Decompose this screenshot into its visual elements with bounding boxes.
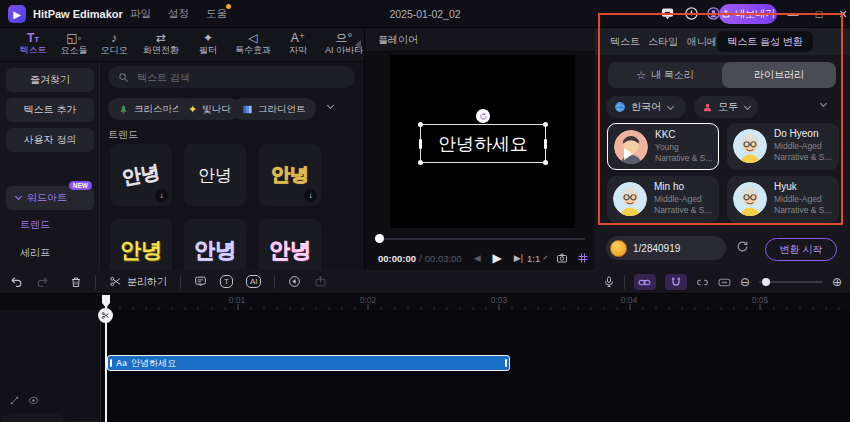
delete-icon[interactable] bbox=[70, 276, 82, 288]
export-button[interactable]: 내보내기 bbox=[719, 4, 777, 24]
track-visibility-eye-icon[interactable] bbox=[28, 395, 39, 406]
grid-icon[interactable] bbox=[577, 252, 589, 264]
voice-card-min-ho[interactable]: Min ho Middle-Aged Narrative & S... bbox=[607, 176, 719, 223]
sidebar-item-add-text[interactable]: 텍스트 추가 bbox=[6, 98, 94, 122]
resize-handle[interactable] bbox=[419, 139, 422, 149]
sidebar-item-wordart[interactable]: 워드아트 NEW bbox=[6, 186, 94, 210]
timeline-ruler[interactable]: 0:01 0:02 0:03 0:04 0:05 bbox=[100, 294, 850, 310]
video-canvas[interactable]: 안녕하세요 bbox=[390, 55, 575, 228]
resize-handle[interactable] bbox=[418, 122, 423, 127]
text-style-thumb[interactable]: 안녕 bbox=[110, 219, 172, 270]
track-link-icon[interactable] bbox=[9, 395, 20, 406]
text-style-thumb[interactable]: 안녕 bbox=[184, 144, 246, 206]
zoom-slider-thumb[interactable] bbox=[762, 278, 770, 286]
chip-gradient[interactable]: 그라디언트 bbox=[232, 98, 316, 120]
voice-card-hyuk[interactable]: Hyuk Middle-Aged Narrative & S... bbox=[727, 176, 839, 223]
menu-file[interactable]: 파일 bbox=[130, 7, 151, 21]
chevron-down-icon bbox=[744, 102, 751, 109]
zoom-ratio-value[interactable]: 1:1 bbox=[527, 253, 540, 264]
media-library-panel: TT텍스트 ◱◦요소들 ♪오디오 ⇄화면전환 ✦필터 ◁특수효과 A⁺자막 으°… bbox=[0, 28, 365, 270]
tab-style[interactable]: 스타일 bbox=[648, 28, 678, 55]
search-box[interactable] bbox=[108, 66, 355, 88]
start-conversion-button[interactable]: 변환 시작 bbox=[765, 238, 837, 261]
text-style-thumb[interactable]: 안녕 ↓ bbox=[110, 144, 172, 206]
scrubber-thumb[interactable] bbox=[375, 234, 384, 243]
rotate-handle[interactable] bbox=[476, 109, 490, 123]
text-style-thumb[interactable]: 안녕 bbox=[184, 219, 246, 270]
feedback-icon[interactable] bbox=[660, 6, 676, 22]
search-icon bbox=[118, 72, 129, 83]
share-icon bbox=[721, 9, 731, 19]
player-scrubber[interactable] bbox=[375, 238, 585, 240]
next-frame-icon[interactable]: ▶| bbox=[514, 253, 523, 263]
filters-expand-chevron-icon[interactable] bbox=[820, 100, 827, 107]
ai-tool-icon[interactable]: AI bbox=[246, 275, 262, 288]
menu-help[interactable]: 도움 bbox=[206, 7, 227, 21]
app-window: ▶ HitPaw Edimakor 파일 설정 도움 2025-01-02_02… bbox=[0, 0, 850, 422]
tab-text-props[interactable]: 텍스트 bbox=[610, 28, 640, 55]
library-segment[interactable]: 라이브러리 bbox=[722, 62, 836, 88]
my-voice-segment[interactable]: ☆ 내 목소리 bbox=[608, 62, 722, 88]
resize-handle[interactable] bbox=[543, 122, 548, 127]
playhead-split-icon[interactable] bbox=[98, 308, 113, 323]
new-badge: NEW bbox=[69, 181, 92, 190]
resize-handle[interactable] bbox=[418, 160, 423, 165]
redo-icon[interactable] bbox=[36, 275, 49, 288]
time-separator: / bbox=[419, 253, 422, 264]
clip-trim-handle-right[interactable] bbox=[505, 359, 507, 367]
text-clip[interactable]: Aa 안녕하세요 bbox=[107, 355, 510, 371]
text-selection-box[interactable]: 안녕하세요 bbox=[420, 124, 546, 163]
text-tool-icon[interactable]: T bbox=[220, 275, 233, 288]
voice-card-kkc[interactable]: KKC Young Narrative & S... bbox=[607, 123, 719, 170]
tab-tts[interactable]: 텍스트 음성 변환 bbox=[717, 31, 813, 52]
sidebar-subitem-trend[interactable]: 트렌드 bbox=[20, 218, 50, 232]
text-style-thumb[interactable]: 안녕 ↓ bbox=[259, 144, 321, 206]
refresh-icon[interactable] bbox=[736, 240, 749, 253]
play-icon[interactable]: ▶ bbox=[493, 251, 502, 265]
divider bbox=[274, 275, 275, 289]
snapshot-icon[interactable] bbox=[556, 252, 568, 264]
voice-card-do-hyeon[interactable]: Do Hyeon Middle-Aged Narrative & S... bbox=[727, 123, 839, 170]
zoom-ratio-chevron-icon[interactable] bbox=[544, 255, 548, 259]
link-clips-icon[interactable] bbox=[634, 274, 656, 290]
zoom-out-icon[interactable]: ⊖ bbox=[740, 275, 750, 289]
sidebar-item-custom[interactable]: 사용자 정의 bbox=[6, 128, 94, 152]
maximize-button[interactable]: □ bbox=[812, 7, 826, 21]
timeline-zoom-slider[interactable] bbox=[759, 281, 823, 283]
fit-timeline-icon[interactable] bbox=[718, 276, 731, 289]
project-title: 2025-01-02_02 bbox=[389, 0, 460, 28]
export-clip-icon[interactable] bbox=[314, 275, 327, 288]
resize-handle[interactable] bbox=[543, 160, 548, 165]
prev-frame-icon[interactable]: ◀ bbox=[474, 253, 481, 263]
resize-handle[interactable] bbox=[544, 139, 547, 149]
time-total: 00:03:00 bbox=[425, 253, 462, 264]
voiceover-icon[interactable] bbox=[288, 275, 301, 288]
menu-settings[interactable]: 설정 bbox=[168, 7, 189, 21]
voice-filter-dropdown[interactable]: 모두 bbox=[694, 96, 758, 118]
text-style-thumb[interactable]: 안녕 bbox=[259, 219, 321, 270]
close-button[interactable]: ✕ bbox=[836, 7, 850, 21]
language-dropdown[interactable]: 한국어 bbox=[606, 96, 686, 118]
coin-icon bbox=[610, 240, 627, 257]
unlink-icon[interactable] bbox=[696, 276, 709, 289]
credits-counter: 1/2840919 bbox=[606, 236, 726, 260]
minimize-button[interactable]: — bbox=[786, 7, 800, 21]
record-mic-icon[interactable] bbox=[603, 276, 615, 288]
subtitle-bubble-icon[interactable] bbox=[194, 275, 207, 288]
track-headers: 커버 bbox=[0, 310, 100, 422]
voice-source-toggle: ☆ 내 목소리 라이브러리 bbox=[608, 62, 836, 88]
sidebar-subitem-serif[interactable]: 세리프 bbox=[20, 246, 50, 260]
zoom-in-icon[interactable]: ⊕ bbox=[832, 275, 842, 289]
download-icon[interactable] bbox=[684, 6, 700, 22]
chevron-down-icon bbox=[667, 102, 674, 109]
sidebar-item-favorites[interactable]: 즐겨찾기 bbox=[6, 68, 94, 92]
titlebar: ▶ HitPaw Edimakor 파일 설정 도움 2025-01-02_02… bbox=[0, 0, 850, 28]
magnet-snap-icon[interactable] bbox=[665, 274, 687, 290]
split-button[interactable]: 분리하기 bbox=[109, 275, 167, 289]
search-input[interactable] bbox=[135, 71, 315, 84]
section-title: 트렌드 bbox=[108, 128, 138, 142]
undo-icon[interactable] bbox=[10, 275, 23, 288]
panel-collapse-arrow[interactable] bbox=[355, 40, 361, 50]
chips-expand-chevron-icon[interactable] bbox=[327, 102, 334, 109]
clip-trim-handle-left[interactable] bbox=[110, 359, 112, 367]
